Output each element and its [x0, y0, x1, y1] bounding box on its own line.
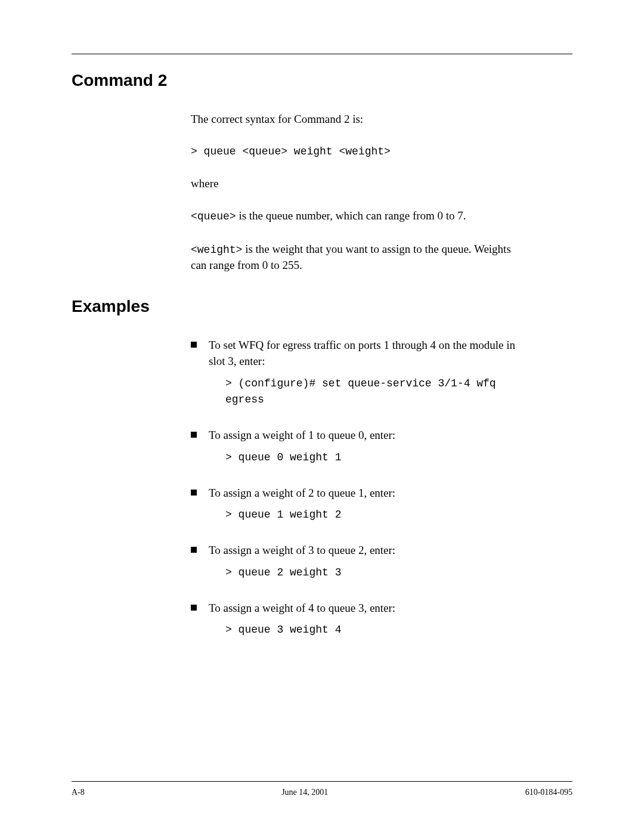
- list-item: To assign a weight of 2 to queue 1, ente…: [191, 485, 525, 534]
- weight-code: <weight>: [191, 244, 242, 256]
- page-footer: A-8 June 14, 2001 610-0184-095: [72, 781, 572, 797]
- queue-text: is the queue number, which can range fro…: [236, 209, 466, 222]
- command2-where: where: [191, 176, 513, 192]
- item-content: To assign a weight of 3 to queue 2, ente…: [209, 543, 525, 592]
- top-rule: [72, 54, 572, 54]
- item-code: > queue 3 weight 4: [225, 622, 525, 639]
- list-item: To assign a weight of 4 to queue 3, ente…: [191, 600, 525, 649]
- command2-syntax: > queue <queue> weight <weight>: [191, 144, 513, 159]
- command2-queue-param: <queue> is the queue number, which can r…: [191, 208, 513, 224]
- item-text: To assign a weight of 2 to queue 1, ente…: [209, 485, 525, 501]
- list-item: To assign a weight of 1 to queue 0, ente…: [191, 428, 525, 476]
- footer-rule: [72, 781, 572, 782]
- item-content: To assign a weight of 4 to queue 3, ente…: [209, 600, 525, 649]
- item-content: To assign a weight of 1 to queue 0, ente…: [209, 428, 525, 476]
- item-text: To assign a weight of 3 to queue 2, ente…: [209, 543, 525, 559]
- footer-doc-id: 610-0184-095: [525, 788, 572, 797]
- footer-page-label: A-8: [72, 788, 85, 797]
- item-text: To assign a weight of 4 to queue 3, ente…: [209, 600, 525, 617]
- queue-code: <queue>: [191, 210, 236, 222]
- item-code: > queue 2 weight 3: [225, 565, 525, 581]
- page: Command 2 The correct syntax for Command…: [0, 0, 644, 833]
- item-text: To assign a weight of 1 to queue 0, ente…: [209, 428, 525, 444]
- item-code: > (configure)# set queue-service 3/1-4 w…: [225, 376, 525, 409]
- item-text: To set WFQ for egress traffic on ports 1…: [209, 337, 525, 369]
- list-item: To assign a weight of 3 to queue 2, ente…: [191, 543, 525, 592]
- bullet-icon: [191, 547, 197, 553]
- examples-list: To set WFQ for egress traffic on ports 1…: [191, 337, 525, 649]
- item-content: To assign a weight of 2 to queue 1, ente…: [209, 485, 525, 534]
- bullet-icon: [191, 490, 197, 496]
- list-item: To set WFQ for egress traffic on ports 1…: [191, 337, 525, 419]
- heading-examples: Examples: [72, 297, 572, 316]
- command2-intro: The correct syntax for Command 2 is:: [191, 112, 513, 128]
- heading-command2: Command 2: [72, 71, 572, 90]
- item-code: > queue 1 weight 2: [225, 507, 525, 524]
- item-code: > queue 0 weight 1: [225, 450, 525, 466]
- bullet-icon: [191, 342, 197, 348]
- footer-row: A-8 June 14, 2001 610-0184-095: [72, 788, 572, 797]
- bullet-icon: [191, 605, 197, 611]
- item-content: To set WFQ for egress traffic on ports 1…: [209, 337, 525, 419]
- bullet-icon: [191, 432, 197, 438]
- footer-date: June 14, 2001: [281, 788, 328, 797]
- command2-weight-param: <weight> is the weight that you want to …: [191, 241, 513, 274]
